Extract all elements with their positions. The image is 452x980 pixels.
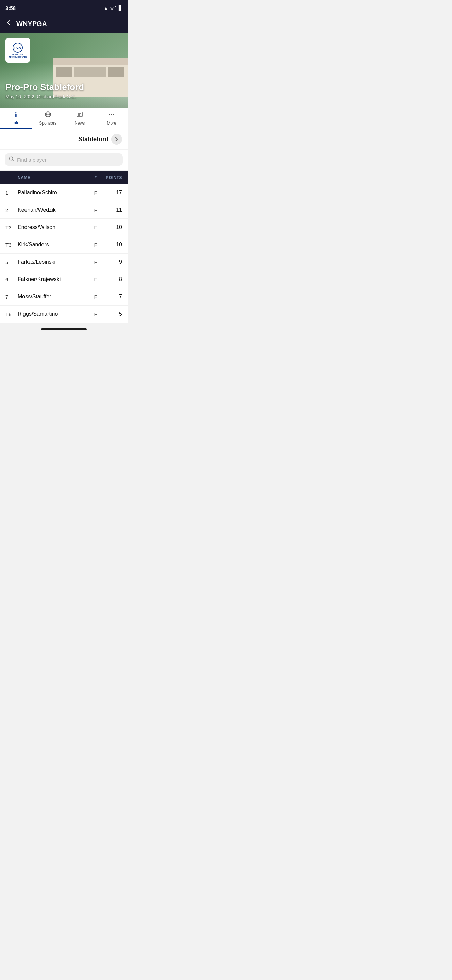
tab-news[interactable]: News bbox=[64, 108, 96, 129]
row-points: 9 bbox=[102, 259, 122, 265]
search-icon bbox=[9, 156, 14, 163]
main-content: Stableford NAME # POINTS 1 Palladino/Sch… bbox=[0, 129, 127, 323]
back-button[interactable] bbox=[5, 19, 12, 28]
row-points: 17 bbox=[102, 189, 122, 196]
row-player-name: Keenan/Wedzik bbox=[18, 207, 89, 213]
row-status: F bbox=[89, 277, 102, 282]
col-header-name: NAME bbox=[18, 175, 89, 180]
row-rank: 2 bbox=[5, 207, 18, 213]
row-player-name: Moss/Stauffer bbox=[18, 294, 89, 300]
row-player-name: Riggs/Samartino bbox=[18, 311, 89, 317]
row-rank: T8 bbox=[5, 311, 18, 317]
row-points: 10 bbox=[102, 242, 122, 248]
battery-icon: ▊ bbox=[119, 5, 122, 11]
search-container bbox=[0, 150, 127, 170]
row-status: F bbox=[89, 224, 102, 231]
signal-icon: ▲ bbox=[104, 5, 108, 11]
row-rank: T3 bbox=[5, 242, 18, 248]
wifi-icon: wifi bbox=[110, 5, 117, 11]
more-icon bbox=[108, 111, 115, 119]
table-row[interactable]: 7 Moss/Stauffer F 7 bbox=[0, 288, 127, 305]
row-status: F bbox=[89, 311, 102, 317]
tab-bar: ℹ Info Sponsors News More bbox=[0, 108, 127, 129]
row-player-name: Endress/Wilson bbox=[18, 224, 89, 231]
info-icon: ℹ bbox=[14, 111, 17, 119]
status-icons: ▲ wifi ▊ bbox=[104, 5, 122, 11]
row-player-name: Falkner/Krajewski bbox=[18, 276, 89, 282]
home-indicator bbox=[41, 328, 87, 330]
table-row[interactable]: 5 Farkas/Lesinski F 9 bbox=[0, 253, 127, 271]
svg-point-5 bbox=[113, 114, 114, 115]
table-row[interactable]: T8 Riggs/Samartino F 5 bbox=[0, 305, 127, 323]
tab-news-label: News bbox=[75, 121, 85, 126]
tab-more-label: More bbox=[107, 121, 116, 126]
next-button[interactable] bbox=[111, 134, 122, 145]
svg-point-4 bbox=[111, 114, 112, 115]
sponsors-icon bbox=[44, 111, 51, 119]
leaderboard-title: Stableford bbox=[78, 136, 108, 143]
tab-info-label: Info bbox=[13, 121, 19, 125]
hero-section: PGA OF AMERICA WESTERN NEW YORK Pro-Pro … bbox=[0, 33, 127, 108]
row-status: F bbox=[89, 259, 102, 265]
leaderboard-header: Stableford bbox=[0, 129, 127, 150]
tab-sponsors[interactable]: Sponsors bbox=[32, 108, 64, 129]
row-rank: T3 bbox=[5, 224, 18, 231]
row-rank: 5 bbox=[5, 259, 18, 265]
tab-sponsors-label: Sponsors bbox=[39, 121, 57, 126]
row-status: F bbox=[89, 294, 102, 300]
organization-logo: PGA OF AMERICA WESTERN NEW YORK bbox=[5, 38, 30, 63]
status-time: 3:58 bbox=[5, 5, 16, 11]
tab-more[interactable]: More bbox=[95, 108, 127, 129]
row-rank: 7 bbox=[5, 294, 18, 300]
event-subtitle: May 16, 2022, Orchard Park C.C. bbox=[5, 94, 122, 99]
row-points: 8 bbox=[102, 276, 122, 282]
row-status: F bbox=[89, 242, 102, 248]
page-title: WNYPGA bbox=[16, 20, 47, 28]
col-header-hash: # bbox=[89, 175, 102, 180]
search-bar bbox=[5, 153, 123, 166]
row-points: 7 bbox=[102, 294, 122, 300]
row-status: F bbox=[89, 207, 102, 213]
row-status: F bbox=[89, 190, 102, 196]
row-rank: 1 bbox=[5, 190, 18, 196]
search-input[interactable] bbox=[17, 157, 119, 163]
row-player-name: Palladino/Schiro bbox=[18, 189, 89, 196]
svg-point-3 bbox=[109, 114, 110, 115]
table-row[interactable]: T3 Kirk/Sanders F 10 bbox=[0, 236, 127, 253]
table-row[interactable]: 2 Keenan/Wedzik F 11 bbox=[0, 202, 127, 219]
row-rank: 6 bbox=[5, 277, 18, 282]
table-header: NAME # POINTS bbox=[0, 171, 127, 184]
row-player-name: Kirk/Sanders bbox=[18, 242, 89, 248]
status-bar: 3:58 ▲ wifi ▊ bbox=[0, 0, 127, 15]
event-title: Pro-Pro Stableford bbox=[5, 82, 122, 92]
table-row[interactable]: 6 Falkner/Krajewski F 8 bbox=[0, 271, 127, 288]
news-icon bbox=[76, 111, 83, 119]
row-points: 11 bbox=[102, 207, 122, 213]
row-player-name: Farkas/Lesinski bbox=[18, 259, 89, 265]
row-points: 5 bbox=[102, 311, 122, 317]
row-points: 10 bbox=[102, 224, 122, 231]
table-row[interactable]: T3 Endress/Wilson F 10 bbox=[0, 219, 127, 236]
top-nav: WNYPGA bbox=[0, 15, 127, 33]
hero-text: Pro-Pro Stableford May 16, 2022, Orchard… bbox=[5, 82, 122, 99]
tab-info[interactable]: ℹ Info bbox=[0, 108, 32, 129]
table-row[interactable]: 1 Palladino/Schiro F 17 bbox=[0, 184, 127, 202]
leaderboard-table: 1 Palladino/Schiro F 17 2 Keenan/Wedzik … bbox=[0, 184, 127, 323]
col-header-points: POINTS bbox=[102, 175, 122, 180]
